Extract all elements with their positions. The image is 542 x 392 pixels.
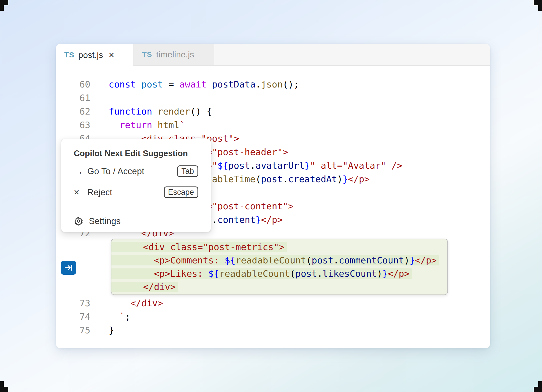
- typescript-file-icon: TS: [142, 50, 152, 59]
- line-number: 60: [56, 78, 90, 91]
- line-number: 75: [56, 324, 90, 337]
- tab-timeline-js[interactable]: TS timeline.js: [133, 44, 214, 65]
- code-line: 61: [56, 91, 490, 105]
- tab-jump-gutter-icon[interactable]: [61, 261, 76, 275]
- copilot-suggestion-block: <div class="post-metrics"> <p>Comments: …: [111, 239, 448, 295]
- tab-label: post.js: [78, 50, 103, 60]
- copilot-nes-popup: Copilot Next Edit Suggestion → Go To / A…: [61, 139, 211, 232]
- code-line: 62function render() {: [56, 105, 490, 118]
- code-text: function render() {: [90, 105, 212, 118]
- suggested-code-line: </div>: [111, 280, 447, 293]
- editor-window: TS post.js × TS timeline.js 60const post…: [56, 44, 490, 348]
- code-text: `;: [90, 310, 130, 324]
- corner-mark-bottom-right: [533, 381, 542, 392]
- popup-title: Copilot Next Edit Suggestion: [74, 149, 198, 158]
- line-number: 62: [56, 105, 90, 118]
- arrow-right-icon: →: [74, 166, 85, 177]
- tab-label: timeline.js: [156, 50, 194, 59]
- insert-highlight: <div class="post-metrics">: [111, 242, 287, 252]
- line-number: 61: [56, 91, 90, 105]
- suggested-code-line: <div class="post-metrics">: [111, 240, 447, 254]
- escape-keycap: Escape: [164, 186, 198, 198]
- corner-mark-top-right: [533, 0, 542, 11]
- code-line: 63 return html`: [56, 118, 490, 132]
- code-text: </div>: [90, 297, 163, 310]
- code-lines: 73 </div>74 `;75}: [56, 297, 490, 337]
- code-line: 73 </div>: [56, 297, 490, 310]
- line-number: 63: [56, 118, 90, 132]
- goto-accept-action[interactable]: → Go To / Accept Tab: [74, 164, 198, 178]
- settings-label: Settings: [89, 216, 120, 226]
- tab-post-js[interactable]: TS post.js ×: [56, 44, 133, 66]
- code-text: return html`: [90, 118, 185, 132]
- code-line: 60const post = await postData.json();: [56, 78, 490, 91]
- marketing-canvas: { "tabs": [ { "icon_label": "TS", "name"…: [0, 0, 542, 392]
- close-icon[interactable]: ×: [109, 50, 114, 60]
- insert-highlight: <p>Likes: ${readableCount(post.likesCoun…: [111, 268, 412, 279]
- insert-highlight: </div>: [111, 282, 178, 292]
- tab-keycap: Tab: [177, 165, 198, 177]
- line-number: 73: [56, 297, 90, 310]
- corner-mark-bottom-left: [0, 381, 9, 392]
- code-line: 74 `;: [56, 310, 490, 324]
- settings-menu-item[interactable]: Settings: [61, 209, 211, 227]
- close-icon: ×: [74, 187, 85, 198]
- suggested-code-lines: <div class="post-metrics"> <p>Comments: …: [111, 240, 447, 293]
- tab-bar: TS post.js × TS timeline.js: [56, 44, 490, 66]
- suggested-code-line: <p>Likes: ${readableCount(post.likesCoun…: [111, 267, 447, 280]
- suggested-code-line: <p>Comments: ${readableCount(post.commen…: [111, 254, 447, 267]
- code-text: const post = await postData.json();: [90, 78, 299, 91]
- insert-highlight: <p>Comments: ${readableCount(post.commen…: [111, 255, 439, 265]
- reject-action[interactable]: × Reject Escape: [74, 185, 198, 199]
- gear-icon: [74, 216, 83, 226]
- line-number: 74: [56, 310, 90, 324]
- typescript-file-icon: TS: [64, 51, 74, 59]
- code-text: }: [90, 324, 114, 337]
- corner-mark-top-left: [0, 0, 9, 11]
- code-line: 75}: [56, 324, 490, 337]
- arrow-to-bar-icon: [63, 263, 74, 273]
- code-text: [90, 91, 109, 105]
